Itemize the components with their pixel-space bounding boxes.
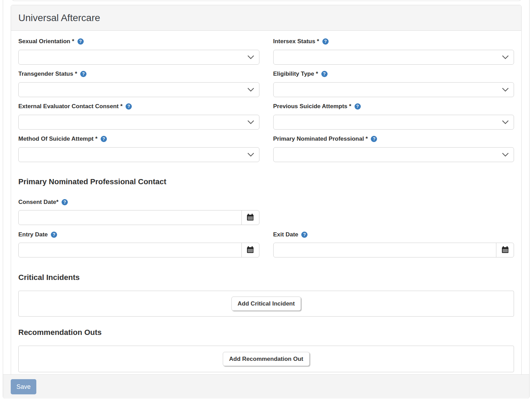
- consent-date-input[interactable]: [18, 210, 242, 225]
- field-label: Intersex Status *: [273, 38, 319, 45]
- help-icon[interactable]: ?: [77, 38, 84, 45]
- intersex-status-select[interactable]: [273, 50, 514, 65]
- calendar-icon: [247, 246, 254, 254]
- field-label: Entry Date: [18, 231, 48, 238]
- field-label: Eligibility Type *: [273, 70, 318, 78]
- form-row: Entry Date ? Exit Date ?: [18, 231, 514, 263]
- calendar-icon: [502, 246, 509, 254]
- chevron-down-icon: [247, 55, 254, 59]
- field-label: Consent Date*: [18, 198, 58, 206]
- page-title: Universal Aftercare: [18, 12, 100, 24]
- external-evaluator-contact-consent-select[interactable]: [18, 115, 259, 130]
- form-row: Transgender Status * ? Eligibility Type …: [18, 70, 514, 103]
- sexual-orientation-select[interactable]: [18, 50, 259, 65]
- entry-date-calendar-button[interactable]: [241, 243, 259, 257]
- add-critical-incident-button[interactable]: Add Critical Incident: [231, 297, 301, 311]
- help-icon[interactable]: ?: [80, 71, 86, 77]
- chevron-down-icon: [247, 153, 254, 157]
- help-icon[interactable]: ?: [301, 232, 308, 238]
- form-row: Sexual Orientation * ? Intersex Status *…: [18, 38, 514, 70]
- universal-aftercare-panel: Universal Aftercare Sexual Orientation *…: [11, 5, 522, 379]
- field-method-of-suicide-attempt: Method Of Suicide Attempt * ?: [18, 135, 259, 162]
- consent-date-calendar-button[interactable]: [241, 210, 259, 225]
- panel-body: Sexual Orientation * ? Intersex Status *…: [11, 31, 521, 378]
- field-previous-suicide-attempts: Previous Suicide Attempts * ?: [273, 103, 514, 130]
- save-button[interactable]: Save: [11, 379, 36, 394]
- field-label: Primary Nominated Professional *: [273, 135, 368, 143]
- help-icon[interactable]: ?: [321, 71, 328, 77]
- field-external-evaluator-contact-consent: External Evaluator Contact Consent * ?: [18, 103, 259, 130]
- exit-date-input[interactable]: [273, 243, 497, 257]
- field-primary-nominated-professional: Primary Nominated Professional * ?: [273, 135, 514, 162]
- panel-header: Universal Aftercare: [11, 5, 521, 31]
- field-exit-date: Exit Date ?: [273, 231, 514, 257]
- form-footer: Save: [3, 374, 529, 399]
- help-icon[interactable]: ?: [355, 103, 361, 110]
- chevron-down-icon: [502, 55, 509, 59]
- eligibility-type-select[interactable]: [273, 82, 514, 97]
- form-row: Consent Date* ?: [18, 198, 514, 231]
- field-sexual-orientation: Sexual Orientation * ?: [18, 38, 259, 65]
- field-label: Method Of Suicide Attempt *: [18, 135, 98, 143]
- transgender-status-select[interactable]: [18, 82, 259, 97]
- spacer: [273, 198, 514, 231]
- critical-incidents-box: Add Critical Incident: [18, 291, 514, 317]
- field-label: Transgender Status *: [18, 70, 77, 78]
- help-icon[interactable]: ?: [371, 136, 377, 142]
- chevron-down-icon: [502, 120, 509, 124]
- help-icon[interactable]: ?: [51, 232, 57, 238]
- help-icon[interactable]: ?: [62, 199, 68, 205]
- page: Universal Aftercare Sexual Orientation *…: [0, 0, 532, 403]
- field-eligibility-type: Eligibility Type * ?: [273, 70, 514, 97]
- field-entry-date: Entry Date ?: [18, 231, 259, 257]
- method-of-suicide-attempt-select[interactable]: [18, 147, 259, 162]
- field-label: External Evaluator Contact Consent *: [18, 103, 122, 110]
- field-intersex-status: Intersex Status * ?: [273, 38, 514, 65]
- calendar-icon: [247, 214, 254, 222]
- chevron-down-icon: [247, 88, 254, 92]
- field-consent-date: Consent Date* ?: [18, 198, 259, 225]
- exit-date-calendar-button[interactable]: [496, 243, 514, 257]
- add-recommendation-out-button[interactable]: Add Recommendation Out: [223, 352, 309, 366]
- help-icon[interactable]: ?: [101, 136, 107, 142]
- field-label: Sexual Orientation *: [18, 38, 74, 45]
- help-icon[interactable]: ?: [126, 103, 132, 110]
- help-icon[interactable]: ?: [322, 38, 329, 45]
- chevron-down-icon: [247, 120, 254, 124]
- form-row: Method Of Suicide Attempt * ? Primary No…: [18, 135, 514, 168]
- form-row: External Evaluator Contact Consent * ? P…: [18, 103, 514, 135]
- section-heading-recommendation-outs: Recommendation Outs: [18, 328, 514, 337]
- section-heading-critical-incidents: Critical Incidents: [18, 273, 514, 282]
- previous-panel-edge: [12, 0, 521, 1]
- field-label: Previous Suicide Attempts *: [273, 103, 351, 110]
- section-heading-primary-nominated-professional-contact: Primary Nominated Professional Contact: [18, 177, 514, 186]
- field-transgender-status: Transgender Status * ?: [18, 70, 259, 97]
- previous-suicide-attempts-select[interactable]: [273, 115, 514, 130]
- primary-nominated-professional-select[interactable]: [273, 147, 514, 162]
- chevron-down-icon: [502, 88, 509, 92]
- entry-date-input[interactable]: [18, 243, 242, 257]
- chevron-down-icon: [502, 153, 509, 157]
- field-label: Exit Date: [273, 231, 299, 238]
- recommendation-outs-box: Add Recommendation Out: [18, 346, 514, 372]
